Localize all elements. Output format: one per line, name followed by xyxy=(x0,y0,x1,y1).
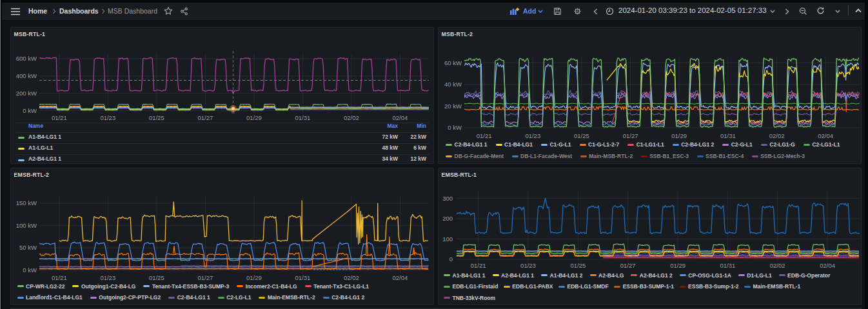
svg-text:01/27: 01/27 xyxy=(623,132,638,139)
svg-text:50 kW: 50 kW xyxy=(19,244,37,251)
svg-text:02/04: 02/04 xyxy=(820,262,835,269)
svg-text:40 kW: 40 kW xyxy=(444,81,462,88)
svg-text:01/29: 01/29 xyxy=(246,274,262,281)
svg-text:200 kW: 200 kW xyxy=(16,90,37,97)
svg-text:01/27: 01/27 xyxy=(198,274,213,281)
svg-text:02/02: 02/02 xyxy=(344,274,359,281)
svg-text:02/04: 02/04 xyxy=(393,274,408,281)
svg-text:01/21: 01/21 xyxy=(52,274,67,281)
svg-text:01/29: 01/29 xyxy=(246,114,262,121)
svg-text:01/21: 01/21 xyxy=(52,114,67,121)
svg-text:01/21: 01/21 xyxy=(471,262,486,269)
svg-text:01/23: 01/23 xyxy=(520,262,536,269)
svg-text:01/29: 01/29 xyxy=(670,262,686,269)
svg-text:0 kW: 0 kW xyxy=(448,124,462,131)
svg-text:01/31: 01/31 xyxy=(720,262,736,269)
svg-text:300: 300 xyxy=(442,195,453,202)
svg-text:02/04: 02/04 xyxy=(393,114,408,121)
svg-text:01/31: 01/31 xyxy=(720,132,736,139)
svg-text:150 kW: 150 kW xyxy=(16,199,37,206)
svg-text:01/25: 01/25 xyxy=(574,132,589,139)
svg-text:01/23: 01/23 xyxy=(525,132,540,139)
svg-text:20 kW: 20 kW xyxy=(444,103,462,110)
svg-text:0 kW: 0 kW xyxy=(23,107,37,114)
svg-text:60 kW: 60 kW xyxy=(444,59,462,66)
svg-text:200: 200 xyxy=(442,215,453,222)
svg-text:100: 100 xyxy=(442,235,453,243)
svg-text:400 kW: 400 kW xyxy=(16,72,37,79)
svg-text:01/25: 01/25 xyxy=(149,274,164,281)
svg-text:01/29: 01/29 xyxy=(671,132,687,139)
svg-text:100 kW: 100 kW xyxy=(16,222,37,229)
svg-text:02/02: 02/02 xyxy=(344,114,359,121)
svg-text:02/02: 02/02 xyxy=(769,132,785,139)
svg-text:01/25: 01/25 xyxy=(149,114,164,121)
svg-text:02/02: 02/02 xyxy=(770,262,785,269)
svg-text:01/23: 01/23 xyxy=(100,114,115,121)
svg-text:01/27: 01/27 xyxy=(620,262,636,269)
svg-text:0 kW: 0 kW xyxy=(23,266,37,274)
svg-text:01/23: 01/23 xyxy=(100,274,115,281)
svg-text:01/27: 01/27 xyxy=(198,114,213,121)
svg-text:01/25: 01/25 xyxy=(571,262,586,269)
svg-text:600 kW: 600 kW xyxy=(16,55,37,62)
svg-text:0: 0 xyxy=(449,255,453,263)
svg-text:01/31: 01/31 xyxy=(295,274,311,281)
svg-text:02/04: 02/04 xyxy=(818,132,833,139)
svg-text:01/31: 01/31 xyxy=(295,114,311,121)
svg-text:01/21: 01/21 xyxy=(477,132,492,139)
